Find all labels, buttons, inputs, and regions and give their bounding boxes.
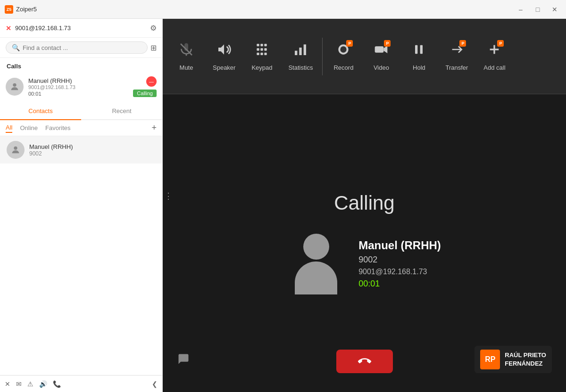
record-icon: P: [336, 42, 351, 60]
filter-online[interactable]: Online: [20, 123, 38, 132]
contact-list: Manuel (RRHH) 9002: [0, 136, 162, 375]
svg-rect-3: [257, 44, 259, 46]
disconnect-icon[interactable]: ✕: [6, 24, 11, 32]
transfer-badge: P: [459, 40, 466, 47]
tab-contacts[interactable]: Contacts: [0, 103, 81, 119]
svg-rect-6: [257, 48, 259, 50]
close-button[interactable]: ✕: [548, 3, 561, 16]
filter-all[interactable]: All: [6, 123, 12, 133]
grid-view-icon[interactable]: ⊞: [150, 43, 157, 52]
statistics-button[interactable]: Statistics: [281, 37, 320, 76]
record-badge: P: [346, 40, 353, 47]
search-input[interactable]: [23, 44, 142, 51]
sidebar: ✕ 9001@192.168.1.73 ⚙ 🔍 ⊞ Calls: [0, 19, 163, 392]
call-name: Manuel (RRHH): [28, 77, 128, 84]
calls-label: Calls: [0, 60, 162, 73]
statistics-icon: [293, 42, 308, 60]
call-time: 00:01: [28, 91, 128, 97]
svg-rect-8: [265, 48, 267, 50]
svg-rect-19: [420, 45, 423, 54]
account-info: ✕ 9001@192.168.1.73: [6, 24, 71, 32]
sidebar-tabs: Contacts Recent: [0, 103, 162, 120]
titlebar: Z5 Zoiper5 – □ ✕: [0, 0, 566, 19]
add-contact-button[interactable]: +: [151, 123, 157, 133]
phone-icon[interactable]: 📞: [53, 380, 61, 388]
settings-icon[interactable]: ⚙: [150, 24, 157, 33]
svg-rect-7: [261, 48, 263, 50]
calling-badge: Calling: [133, 90, 157, 97]
svg-point-0: [13, 83, 16, 87]
svg-rect-4: [261, 44, 263, 46]
svg-rect-5: [265, 44, 267, 46]
contact-sip: 9001@192.168.1.73: [358, 268, 441, 276]
speaker-button[interactable]: Speaker: [205, 37, 243, 76]
main-layout: ✕ 9001@192.168.1.73 ⚙ 🔍 ⊞ Calls: [0, 19, 566, 392]
chat-button[interactable]: [177, 352, 190, 368]
svg-rect-11: [265, 52, 267, 55]
end-call-small-button[interactable]: —: [146, 76, 157, 87]
svg-rect-9: [257, 52, 259, 55]
avatar-body: [295, 261, 337, 294]
record-label: Record: [333, 64, 353, 71]
transfer-button[interactable]: P Transfer: [438, 37, 475, 76]
video-icon: P: [374, 42, 389, 60]
divider: [322, 38, 323, 75]
contact-avatar-large: [288, 233, 344, 294]
speaker-label: Speaker: [213, 64, 235, 71]
svg-point-1: [14, 147, 17, 150]
svg-rect-10: [261, 52, 263, 55]
minimize-button[interactable]: –: [514, 3, 527, 16]
end-call-button[interactable]: [336, 350, 393, 373]
speaker-icon[interactable]: 🔊: [39, 380, 47, 388]
mute-icon: [179, 42, 194, 60]
collapse-button[interactable]: ❮: [152, 380, 158, 388]
call-content: Calling Manuel (RRHH) 9002 9001@192.168.…: [163, 94, 566, 392]
list-item[interactable]: Manuel (RRHH) 9002: [0, 136, 162, 163]
svg-rect-17: [375, 46, 384, 52]
hold-icon: [411, 42, 426, 60]
call-avatar: [6, 78, 24, 96]
avatar-head: [303, 234, 329, 260]
svg-rect-13: [300, 48, 302, 55]
close-icon[interactable]: ✕: [5, 380, 10, 388]
sidebar-header: ✕ 9001@192.168.1.73 ⚙: [0, 19, 162, 38]
mute-label: Mute: [180, 64, 193, 71]
end-call-area: [336, 350, 393, 373]
mute-button[interactable]: Mute: [167, 37, 205, 76]
video-label: Video: [374, 64, 389, 71]
panel-drag-handle[interactable]: ⋮: [164, 191, 173, 201]
call-toolbar: Mute Speaker: [163, 19, 566, 94]
filter-favorites[interactable]: Favorites: [45, 123, 70, 132]
person-icon: [9, 82, 20, 92]
record-button[interactable]: P Record: [325, 37, 362, 76]
contact-name: Manuel (RRHH): [29, 143, 73, 150]
search-bar: 🔍 ⊞: [0, 38, 162, 58]
tab-recent[interactable]: Recent: [81, 103, 162, 119]
contact-display: Manuel (RRHH) 9002 9001@192.168.1.73 00:…: [288, 233, 441, 294]
add-call-button[interactable]: P Add call: [475, 37, 513, 76]
svg-rect-18: [415, 45, 417, 54]
keypad-button[interactable]: Keypad: [243, 37, 281, 76]
speaker-icon: [216, 42, 232, 60]
maximize-button[interactable]: □: [531, 3, 544, 16]
message-icon[interactable]: ✉: [16, 380, 22, 388]
video-badge: P: [384, 40, 391, 47]
search-wrapper: 🔍: [6, 41, 148, 54]
svg-rect-12: [295, 50, 297, 55]
call-panel: Mute Speaker: [163, 19, 566, 392]
hold-button[interactable]: Hold: [400, 37, 438, 76]
account-label: 9001@192.168.1.73: [15, 24, 71, 32]
active-call-item[interactable]: Manuel (RRHH) 9001@192.168.1.73 00:01 — …: [0, 73, 162, 101]
contact-filters: All Online Favorites +: [0, 120, 162, 136]
profile-avatar: RP: [480, 350, 500, 369]
keypad-label: Keypad: [251, 64, 272, 71]
warning-icon[interactable]: ⚠: [27, 380, 33, 388]
video-button[interactable]: P Video: [362, 37, 400, 76]
svg-point-16: [341, 46, 347, 52]
keypad-icon: [254, 42, 269, 60]
window-controls: – □ ✕: [514, 3, 561, 16]
transfer-icon: P: [449, 42, 464, 60]
sidebar-bottom: ✕ ✉ ⚠ 🔊 📞 ❮: [0, 375, 162, 392]
search-icon: 🔍: [12, 44, 20, 51]
user-profile: RP RAÚL PRIETO FERNÁNDEZ: [474, 346, 552, 373]
